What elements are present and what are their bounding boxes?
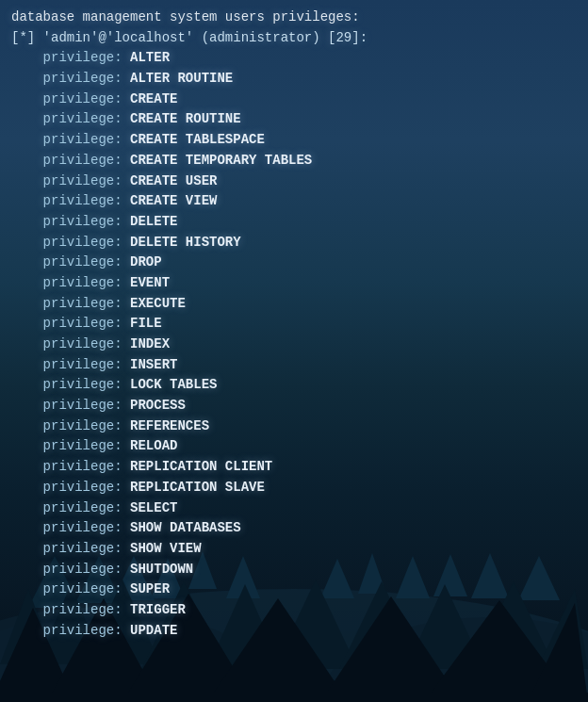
privilege-line: privilege: FILE (11, 314, 577, 335)
privilege-label: privilege: (11, 316, 130, 331)
user-line: [*] 'admin'@'localhost' (administrator) … (11, 28, 577, 49)
privilege-value: ALTER (130, 50, 170, 65)
privilege-value: SELECT (130, 500, 177, 515)
privilege-value: UPDATE (130, 623, 177, 638)
privilege-line: privilege: REFERENCES (11, 416, 577, 437)
privilege-label: privilege: (11, 357, 130, 372)
privilege-line: privilege: ALTER (11, 48, 577, 69)
privilege-value: FILE (130, 316, 162, 331)
privilege-line: privilege: ALTER ROUTINE (11, 69, 577, 90)
privilege-line: privilege: LOCK TABLES (11, 375, 577, 396)
privilege-value: RELOAD (130, 438, 177, 453)
privilege-line: privilege: RELOAD (11, 436, 577, 457)
privilege-label: privilege: (11, 541, 130, 556)
privilege-line: privilege: CREATE TEMPORARY TABLES (11, 151, 577, 171)
privilege-value: CREATE TABLESPACE (130, 132, 265, 147)
privilege-value: EVENT (130, 275, 170, 290)
privilege-line: privilege: SHOW DATABASES (11, 518, 577, 539)
privilege-line: privilege: UPDATE (11, 621, 577, 642)
privilege-line: privilege: SUPER (11, 580, 577, 600)
privilege-label: privilege: (11, 214, 130, 229)
privilege-value: SHOW DATABASES (130, 520, 241, 535)
privilege-value: EXECUTE (130, 296, 186, 311)
privilege-label: privilege: (11, 193, 130, 208)
privilege-value: DELETE HISTORY (130, 235, 241, 250)
privilege-label: privilege: (11, 336, 130, 351)
privilege-line: privilege: INSERT (11, 355, 577, 376)
privilege-label: privilege: (11, 254, 130, 269)
privilege-value: CREATE ROUTINE (130, 111, 241, 126)
privilege-label: privilege: (11, 296, 130, 311)
privilege-value: REPLICATION CLIENT (130, 459, 272, 474)
privilege-label: privilege: (11, 71, 130, 86)
privilege-line: privilege: SHUTDOWN (11, 560, 577, 580)
privilege-label: privilege: (11, 173, 130, 188)
privilege-label: privilege: (11, 581, 130, 596)
privilege-label: privilege: (11, 275, 130, 290)
privilege-value: DELETE (130, 214, 177, 229)
privilege-value: DROP (130, 254, 162, 269)
privilege-line: privilege: SHOW VIEW (11, 539, 577, 560)
privilege-value: CREATE VIEW (130, 193, 217, 208)
privilege-label: privilege: (11, 602, 130, 617)
privilege-label: privilege: (11, 50, 130, 65)
privilege-label: privilege: (11, 623, 130, 638)
privilege-label: privilege: (11, 111, 130, 126)
privilege-label: privilege: (11, 500, 130, 515)
privileges-list: privilege: ALTER privilege: ALTER ROUTIN… (11, 48, 577, 641)
privilege-value: CREATE TEMPORARY TABLES (130, 153, 312, 168)
privilege-value: PROCESS (130, 398, 186, 413)
privilege-line: privilege: CREATE (11, 90, 577, 110)
privilege-label: privilege: (11, 438, 130, 453)
privilege-value: INDEX (130, 336, 170, 351)
privilege-label: privilege: (11, 398, 130, 413)
privilege-value: ALTER ROUTINE (130, 71, 233, 86)
privilege-line: privilege: TRIGGER (11, 600, 577, 621)
privilege-line: privilege: INDEX (11, 335, 577, 355)
privilege-line: privilege: EVENT (11, 273, 577, 294)
privilege-label: privilege: (11, 562, 130, 577)
privilege-line: privilege: DELETE HISTORY (11, 233, 577, 253)
privilege-value: LOCK TABLES (130, 377, 217, 392)
privilege-value: CREATE USER (130, 173, 217, 188)
privilege-line: privilege: SELECT (11, 498, 577, 519)
privilege-line: privilege: CREATE TABLESPACE (11, 130, 577, 151)
privilege-label: privilege: (11, 235, 130, 250)
privilege-line: privilege: PROCESS (11, 396, 577, 416)
privilege-value: SHUTDOWN (130, 562, 193, 577)
privilege-value: INSERT (130, 357, 177, 372)
header-line: database management system users privile… (11, 8, 577, 28)
terminal-content: database management system users privile… (0, 0, 588, 702)
privilege-line: privilege: REPLICATION CLIENT (11, 457, 577, 478)
privilege-label: privilege: (11, 153, 130, 168)
privilege-line: privilege: CREATE ROUTINE (11, 109, 577, 130)
privilege-value: REPLICATION SLAVE (130, 480, 265, 495)
privilege-label: privilege: (11, 459, 130, 474)
privilege-label: privilege: (11, 480, 130, 495)
privilege-line: privilege: DROP (11, 253, 577, 273)
privilege-label: privilege: (11, 91, 130, 106)
privilege-line: privilege: CREATE USER (11, 171, 577, 192)
privilege-value: CREATE (130, 91, 177, 106)
privilege-line: privilege: REPLICATION SLAVE (11, 478, 577, 498)
privilege-label: privilege: (11, 418, 130, 433)
privilege-value: SHOW VIEW (130, 541, 202, 556)
privilege-label: privilege: (11, 132, 130, 147)
privilege-line: privilege: EXECUTE (11, 294, 577, 315)
privilege-line: privilege: DELETE (11, 212, 577, 233)
privilege-line: privilege: CREATE VIEW (11, 191, 577, 212)
privilege-value: SUPER (130, 581, 170, 596)
terminal-output: database management system users privile… (11, 8, 577, 641)
privilege-value: REFERENCES (130, 418, 209, 433)
privilege-value: TRIGGER (130, 602, 186, 617)
privilege-label: privilege: (11, 377, 130, 392)
privilege-label: privilege: (11, 520, 130, 535)
